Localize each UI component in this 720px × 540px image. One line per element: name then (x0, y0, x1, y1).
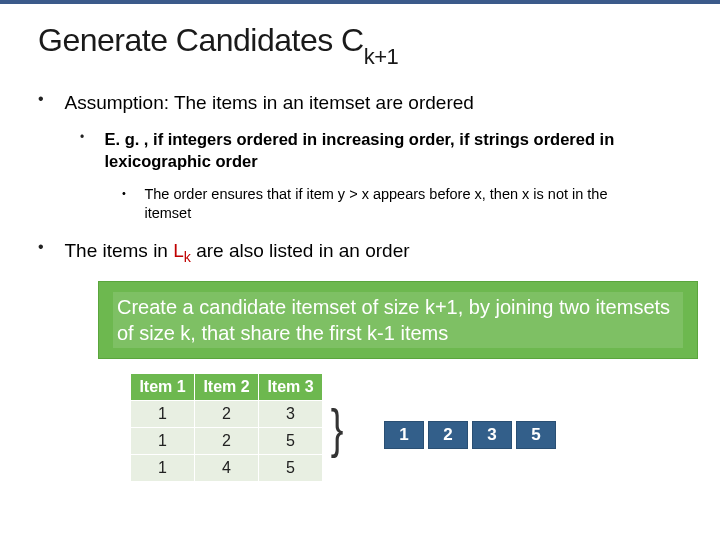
callout-text: Create a candidate itemset of size k+1, … (113, 292, 683, 348)
tables-area: Item 1 Item 2 Item 3 1 2 3 1 2 5 1 (130, 373, 682, 503)
source-itemsets-table: Item 1 Item 2 Item 3 1 2 3 1 2 5 1 (130, 373, 323, 482)
bullet-order-note: The order ensures that if item y > x app… (122, 185, 682, 224)
title-subscript: k+1 (364, 44, 399, 69)
table-row: 1 2 5 (131, 427, 323, 454)
bullet-text: E. g. , if integers ordered in increasin… (104, 128, 654, 173)
title-text: Generate Candidates C (38, 22, 364, 58)
bullet-text: Assumption: The items in an itemset are … (64, 90, 473, 116)
result-itemset-table: 1 2 3 5 (380, 417, 560, 453)
table-row: 1 2 3 5 (384, 421, 556, 449)
brace-icon: } (331, 401, 344, 455)
slide-title: Generate Candidates Ck+1 (38, 22, 682, 64)
slide-content: Generate Candidates Ck+1 Assumption: The… (0, 4, 720, 503)
bullet-text: The items in Lk are also listed in an or… (64, 238, 409, 267)
table-header: Item 2 (195, 373, 259, 400)
bullet-text: The order ensures that if item y > x app… (144, 185, 644, 224)
table-row: 1 4 5 (131, 454, 323, 481)
bullet-assumption: Assumption: The items in an itemset are … (38, 90, 682, 223)
lk-symbol: Lk (173, 240, 191, 261)
table-header: Item 1 (131, 373, 195, 400)
table-row: 1 2 3 (131, 400, 323, 427)
bullet-items-lk: The items in Lk are also listed in an or… (38, 238, 682, 267)
table-header: Item 3 (259, 373, 323, 400)
bullet-example: E. g. , if integers ordered in increasin… (80, 128, 682, 224)
callout-box: Create a candidate itemset of size k+1, … (98, 281, 698, 359)
